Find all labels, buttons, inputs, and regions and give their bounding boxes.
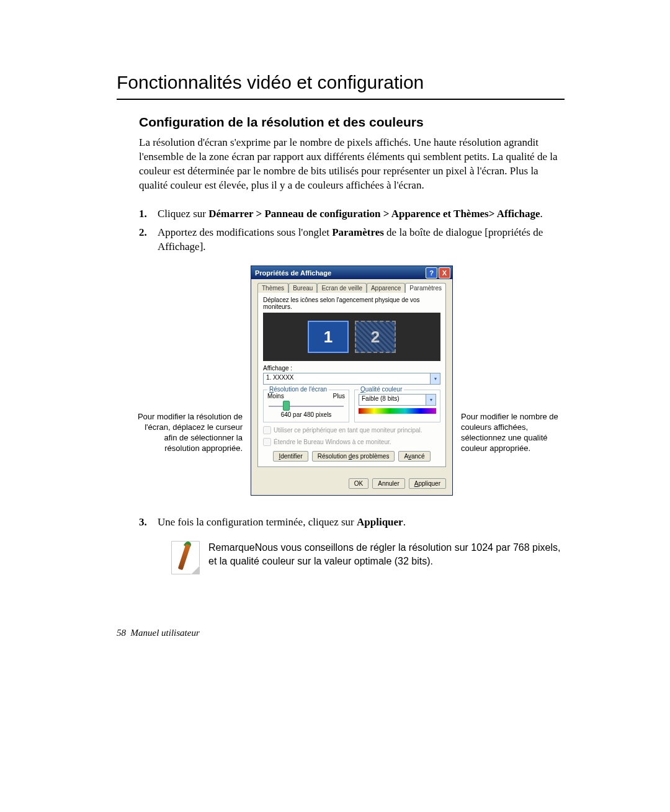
- monitor-layout[interactable]: 1 2: [263, 313, 440, 361]
- section-subtitle: Configuration de la résolution et des co…: [139, 115, 565, 130]
- resolution-slider[interactable]: [267, 401, 345, 409]
- apply-button[interactable]: AppliquerAppliquer: [409, 478, 446, 489]
- color-quality-select[interactable]: Faible (8 bits) ▾: [359, 394, 436, 406]
- slider-min-label: Moins: [267, 393, 284, 399]
- step-number: 3.: [139, 515, 158, 530]
- nav-path: Démarrer > Panneau de configuration > Ap…: [208, 208, 540, 220]
- footer-label: Manuel utilisateur: [131, 628, 200, 638]
- resolution-value: 640 par 480 pixels: [267, 411, 345, 418]
- monitor-2[interactable]: 2: [355, 321, 396, 353]
- apply-label: Appliquer: [357, 516, 403, 528]
- note-text: RemarqueNous vous conseillons de régler …: [208, 541, 565, 568]
- checkbox-extend-desktop[interactable]: Étendre le Bureau Windows à ce moniteur.: [263, 438, 440, 446]
- step-3: 3. Une fois la configuration terminée, c…: [139, 515, 565, 530]
- display-properties-dialog: Propriétés de Affichage ? X Thèmes Burea…: [251, 265, 453, 496]
- identify-button[interactable]: IdentifierIdentifier: [273, 451, 308, 462]
- dialog-title: Propriétés de Affichage: [255, 269, 426, 277]
- close-button[interactable]: X: [439, 267, 450, 279]
- step-number: 2.: [139, 225, 158, 255]
- page-footer: 58 Manuel utilisateur: [117, 628, 565, 638]
- note-icon: [171, 541, 200, 574]
- checkbox-input[interactable]: [263, 438, 271, 446]
- group-resolution-legend: RRésolution de l'écranésolution de l'écr…: [267, 386, 329, 393]
- tab-themes[interactable]: Thèmes: [257, 283, 288, 293]
- color-bar: [359, 408, 436, 414]
- page-number: 58: [117, 628, 126, 638]
- note-block: RemarqueNous vous conseillons de régler …: [171, 541, 565, 574]
- checkbox-input[interactable]: [263, 426, 271, 434]
- cancel-button[interactable]: Annuler: [372, 478, 404, 489]
- chevron-down-icon[interactable]: ▾: [430, 373, 440, 384]
- annotation-left: Pour modifier la résolution de l'écran, …: [131, 412, 243, 454]
- steps-list: 1. Cliquez sur Démarrer > Panneau de con…: [139, 207, 565, 254]
- display-label: Affichage :: [263, 365, 440, 372]
- display-select[interactable]: 1. XXXXX ▾: [263, 373, 440, 385]
- intro-paragraph: La résolution d'écran s'exprime par le n…: [139, 136, 565, 193]
- tab-appearance[interactable]: Apparence: [367, 283, 405, 293]
- tab-name: Paramètres: [332, 226, 384, 238]
- tab-strip: Thèmes Bureau Ecran de veille Apparence …: [257, 283, 446, 293]
- dialog-illustration: Pour modifier la résolution de l'écran, …: [139, 265, 565, 501]
- chevron-down-icon[interactable]: ▾: [426, 395, 436, 405]
- annotation-right: Pour modifier le nombre de couleurs affi…: [461, 412, 573, 454]
- advanced-button[interactable]: AvancéAvancé: [398, 451, 430, 462]
- tab-screensaver[interactable]: Ecran de veille: [317, 283, 367, 293]
- help-button[interactable]: ?: [426, 267, 437, 279]
- drag-instruction: Déplacez les icônes selon l'agencement p…: [263, 297, 440, 310]
- group-color-legend: Qualité couleurQualité couleur: [359, 386, 404, 393]
- color-quality-value: Faible (8 bits): [359, 395, 426, 405]
- slider-thumb[interactable]: [283, 401, 290, 411]
- tab-panel-settings: Déplacez les icônes selon l'agencement p…: [257, 292, 446, 467]
- step-1: 1. Cliquez sur Démarrer > Panneau de con…: [139, 207, 565, 221]
- display-value: 1. XXXXX: [264, 373, 430, 384]
- steps-list-continued: 3. Une fois la configuration terminée, c…: [139, 515, 565, 530]
- checkbox-primary-monitor[interactable]: Utiliser ce périphérique en tant que mon…: [263, 426, 440, 434]
- tab-settings[interactable]: Paramètres: [405, 283, 446, 293]
- monitor-1[interactable]: 1: [308, 321, 349, 353]
- slider-max-label: Plus: [333, 393, 345, 399]
- group-resolution: RRésolution de l'écranésolution de l'écr…: [263, 390, 349, 422]
- step-2: 2. Apportez des modifications sous l'ong…: [139, 225, 565, 255]
- titlebar[interactable]: Propriétés de Affichage ? X: [251, 266, 452, 279]
- heading-rule: [117, 99, 565, 100]
- group-color-quality: Qualité couleurQualité couleur Faible (8…: [354, 390, 440, 422]
- troubleshoot-button[interactable]: Résolution des problèmesRésolution des p…: [312, 451, 395, 462]
- step-number: 1.: [139, 207, 158, 221]
- tab-desktop[interactable]: Bureau: [288, 283, 317, 293]
- chapter-title: Fonctionnalités vidéo et configuration: [117, 71, 565, 94]
- ok-button[interactable]: OK: [349, 478, 368, 489]
